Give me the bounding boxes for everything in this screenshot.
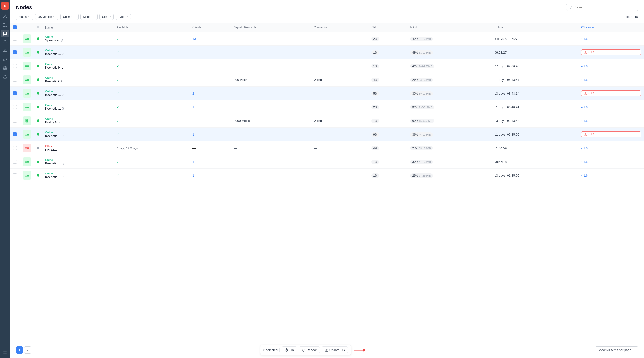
row-checkbox[interactable] [13,91,17,95]
os-version-label[interactable]: 4.1.6 [581,78,588,82]
search-box[interactable] [566,4,638,11]
type-filter[interactable]: Type [116,14,131,20]
sidebar-icon-topology[interactable] [1,21,9,29]
signal-cell: — [231,155,311,169]
pin-icon [62,135,65,138]
os-update-button[interactable]: 4.1.6 [581,132,641,137]
os-update-button[interactable]: 4.1.6 [581,49,641,55]
connection-cell: — [311,87,368,100]
sidebar-icon-export[interactable] [1,73,9,81]
row-checkbox[interactable] [13,160,17,164]
os-version-filter[interactable]: OS version [35,14,58,20]
pin-button[interactable]: Pin [282,347,297,354]
uptime-filter[interactable]: Uptime [60,14,78,20]
th-os-version[interactable]: OS version ↑ [578,23,644,32]
row-checkbox-cell[interactable] [10,114,20,128]
table-row[interactable]: Online Buddy 6 (K... ✓ — 1000 Mbit/s Wir… [10,114,644,128]
table-row[interactable]: Offline KN-2210 8 days, 09:08 ago — — — … [10,141,644,155]
site-filter[interactable]: Site [100,14,114,20]
os-version-label[interactable]: 4.1.6 [581,119,588,123]
sidebar-icon-nodes[interactable] [1,12,9,20]
row-checkbox-cell[interactable] [10,46,20,59]
node-icon [22,103,31,111]
row-checkbox[interactable] [13,146,17,150]
page-btn-1[interactable]: 1 [16,347,23,354]
row-checkbox-cell[interactable] [10,87,20,100]
row-checkbox-cell[interactable] [10,32,20,46]
svg-rect-82 [26,175,27,176]
row-checkbox-cell[interactable] [10,141,20,155]
status-dot-online [37,51,40,53]
os-version-label[interactable]: 4.1.6 [581,106,588,109]
signal-cell: — [231,128,311,141]
status-filter[interactable]: Status [16,14,33,20]
table-row[interactable]: Online Keenetic ... ✓ 1 — — 1% 29% 74/25… [10,169,644,182]
status-dot-online [37,78,40,81]
th-select-all[interactable] [10,23,20,32]
app-logo[interactable]: K [1,2,9,9]
table-row[interactable]: Online Keenetic Cit... ✓ — 100 Mbit/s Wi… [10,73,644,87]
table-row[interactable]: Online Keenetic ... ✓ 1 — — 1% 37% 47/12… [10,155,644,169]
row-checkbox[interactable] [13,64,17,68]
row-name-cell: Online Keenetic ... [42,87,114,100]
ram-badge: 26% 33/128MB [410,78,433,82]
table-row[interactable]: Online Keenetic ... ✓ 1 — — 2% 38% 193/5… [10,100,644,114]
update-os-button[interactable]: Update OS [322,347,348,354]
sidebar-icon-menu[interactable] [1,349,9,356]
sidebar-icon-settings[interactable] [1,64,9,72]
svg-rect-81 [25,175,26,176]
th-available[interactable]: Available [114,23,190,32]
os-version-label[interactable]: 4.1.6 [581,37,588,40]
clients-cell: 1 [190,169,231,182]
signal-cell: — [231,169,311,182]
os-version-label[interactable]: 4.1.6 [581,65,588,68]
table-row[interactable]: Online Keenetic ... ✓ 2 — — 5% 30% 39/12… [10,87,644,100]
row-checkbox-cell[interactable] [10,128,20,141]
table-row[interactable]: Online Speedster ✓ 13 — — 2% 42% 54/128M… [10,32,644,46]
sidebar-icon-alerts[interactable] [1,38,9,46]
node-icon [22,89,31,98]
th-signal[interactable]: Signal / Protocols [231,23,311,32]
th-connection[interactable]: Connection [311,23,368,32]
table-row[interactable]: Online Keenetic ... ✓ — — — 1% 48% 61/12… [10,46,644,59]
row-checkbox[interactable] [13,119,17,123]
row-checkbox[interactable] [13,37,17,40]
th-ram[interactable]: RAM [407,23,492,32]
svg-point-77 [25,162,26,163]
model-filter[interactable]: Model [80,14,98,20]
row-checkbox[interactable] [13,133,17,136]
search-input[interactable] [574,5,635,9]
row-checkbox-cell[interactable] [10,155,20,169]
reboot-button[interactable]: Reboot [299,347,320,354]
th-name[interactable]: Name [42,23,114,32]
sidebar-icon-messages[interactable] [1,56,9,63]
os-version-label[interactable]: 4.1.6 [581,174,588,177]
os-update-button[interactable]: 4.1.6 [581,90,641,96]
cpu-cell: 1% [368,169,407,182]
row-checkbox[interactable] [13,174,17,177]
table-row[interactable]: Online Keenetic H... ✓ — — — 1% 41% 104/… [10,59,644,73]
sidebar-icon-support[interactable] [1,30,9,37]
svg-rect-22 [26,38,27,39]
th-clients[interactable]: Clients [190,23,231,32]
row-checkbox[interactable] [13,50,17,54]
status-dot-offline [37,147,40,149]
row-checkbox-cell[interactable] [10,59,20,73]
row-checkbox-cell[interactable] [10,169,20,182]
page-btn-2[interactable]: 2 [24,347,31,354]
os-version-label[interactable]: 4.1.6 [581,147,588,150]
row-checkbox-cell[interactable] [10,100,20,114]
row-checkbox[interactable] [13,78,17,82]
node-icon [22,144,31,152]
table-row[interactable]: Online Keenetic ... ✓ 1 — — 9% 36% 46/12… [10,128,644,141]
row-checkbox[interactable] [13,105,17,109]
per-page-select[interactable]: Show 50 items per page [595,347,638,354]
os-version-label[interactable]: 4.1.6 [581,160,588,164]
svg-rect-71 [25,148,26,149]
th-cpu[interactable]: CPU [368,23,407,32]
select-all-checkbox[interactable] [13,25,17,29]
row-checkbox-cell[interactable] [10,73,20,87]
row-status-dot-cell [34,87,42,100]
sidebar-icon-users[interactable] [1,47,9,55]
th-uptime[interactable]: Uptime [492,23,578,32]
